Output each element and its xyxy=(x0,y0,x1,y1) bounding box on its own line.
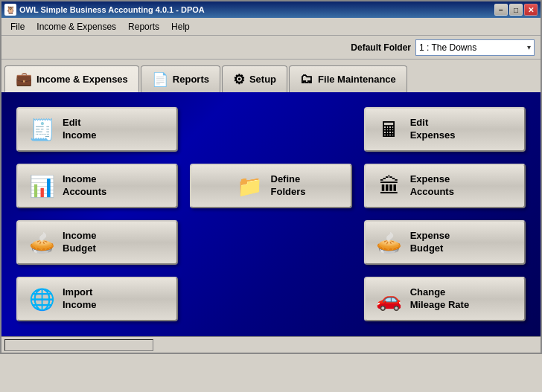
status-panel xyxy=(4,339,153,351)
define-folders-label: DefineFolders xyxy=(271,173,306,199)
folder-selected-value: 1 : The Downs xyxy=(419,42,476,53)
expense-budget-button[interactable]: 🥧 ExpenseBudget xyxy=(364,220,526,265)
close-button[interactable]: ✕ xyxy=(524,4,538,16)
income-expenses-tab-icon: 💼 xyxy=(16,71,32,87)
define-folders-icon: 📁 xyxy=(237,174,264,199)
setup-tab-icon: ⚙ xyxy=(233,71,245,88)
status-bar xyxy=(1,336,541,353)
tab-reports-label: Reports xyxy=(173,74,209,85)
expense-accounts-label: ExpenseAccounts xyxy=(410,173,454,199)
menu-file[interactable]: File xyxy=(4,20,31,33)
edit-income-button[interactable]: 🧾 EditIncome xyxy=(16,107,178,152)
menu-reports[interactable]: Reports xyxy=(122,20,165,33)
define-folders-button[interactable]: 📁 DefineFolders xyxy=(190,164,351,208)
folder-select[interactable]: 1 : The Downs ▾ xyxy=(415,39,535,56)
tab-reports[interactable]: 📄 Reports xyxy=(141,65,220,92)
window-controls: − □ ✕ xyxy=(494,4,538,16)
menu-income-expenses[interactable]: Income & Expenses xyxy=(31,20,122,33)
tab-file-maintenance-label: File Maintenance xyxy=(318,74,396,85)
change-mileage-label: ChangeMileage Rate xyxy=(410,286,469,312)
chevron-down-icon: ▾ xyxy=(527,43,531,51)
minimize-button[interactable]: − xyxy=(494,4,508,16)
tab-file-maintenance[interactable]: 🗂 File Maintenance xyxy=(289,65,407,92)
maximize-button[interactable]: □ xyxy=(509,4,523,16)
menu-bar: File Income & Expenses Reports Help xyxy=(1,18,541,36)
folder-label: Default Folder xyxy=(351,42,411,53)
tab-bar: 💼 Income & Expenses 📄 Reports ⚙ Setup 🗂 … xyxy=(1,60,541,92)
edit-expenses-label: EditExpenses xyxy=(410,117,456,142)
edit-income-label: EditIncome xyxy=(63,117,97,142)
income-budget-label: IncomeBudget xyxy=(63,230,97,255)
menu-help[interactable]: Help xyxy=(165,20,196,33)
expense-budget-label: ExpenseBudget xyxy=(410,230,450,255)
edit-expenses-button[interactable]: 🖩 EditExpenses xyxy=(364,107,526,152)
tab-income-expenses[interactable]: 💼 Income & Expenses xyxy=(4,65,139,92)
main-content: 🧾 EditIncome 🖩 EditExpenses 📊 IncomeAcco… xyxy=(1,92,541,336)
tab-setup-label: Setup xyxy=(249,74,276,85)
change-mileage-icon: 🚗 xyxy=(376,287,403,312)
import-income-label: ImportIncome xyxy=(63,286,97,312)
import-income-button[interactable]: 🌐 ImportIncome xyxy=(16,277,178,321)
import-income-icon: 🌐 xyxy=(28,287,55,312)
income-budget-icon: 🥧 xyxy=(28,231,55,255)
tab-setup[interactable]: ⚙ Setup xyxy=(222,65,287,92)
expense-accounts-button[interactable]: 🏛 ExpenseAccounts xyxy=(364,164,526,208)
window-title: OWL Simple Business Accounting 4.0.1 - D… xyxy=(19,5,205,14)
tab-income-expenses-label: Income & Expenses xyxy=(36,74,128,85)
expense-budget-icon: 🥧 xyxy=(376,231,403,255)
app-icon: 🦉 xyxy=(4,4,16,16)
edit-expenses-icon: 🖩 xyxy=(376,118,403,142)
income-accounts-label: IncomeAccounts xyxy=(63,173,106,199)
expense-accounts-icon: 🏛 xyxy=(376,174,403,199)
change-mileage-button[interactable]: 🚗 ChangeMileage Rate xyxy=(364,277,526,321)
file-maintenance-tab-icon: 🗂 xyxy=(300,71,313,87)
income-budget-button[interactable]: 🥧 IncomeBudget xyxy=(16,220,178,265)
edit-income-icon: 🧾 xyxy=(28,118,55,142)
folder-bar: Default Folder 1 : The Downs ▾ xyxy=(1,36,541,60)
income-accounts-button[interactable]: 📊 IncomeAccounts xyxy=(16,164,178,208)
reports-tab-icon: 📄 xyxy=(152,71,168,88)
title-bar: 🦉 OWL Simple Business Accounting 4.0.1 -… xyxy=(1,1,541,18)
income-accounts-icon: 📊 xyxy=(28,174,55,199)
